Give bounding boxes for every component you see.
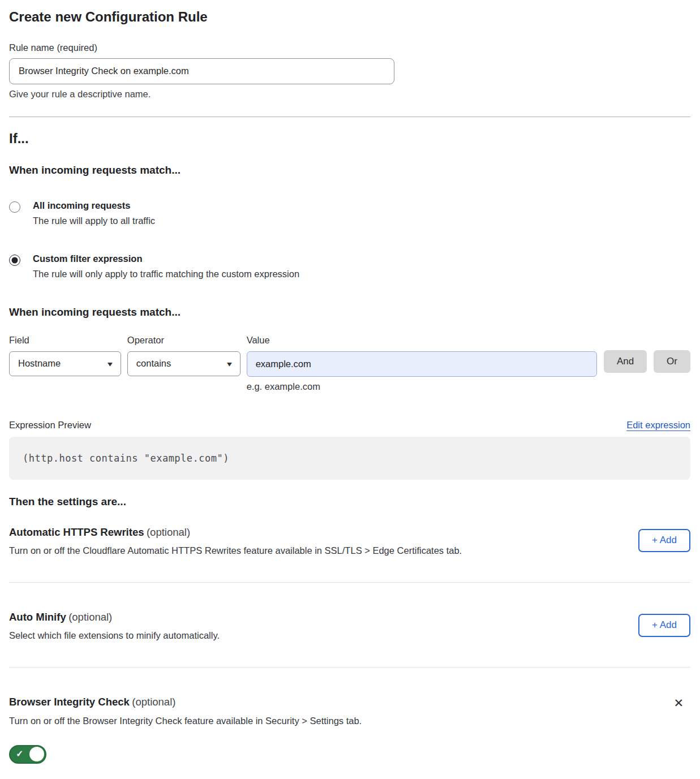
operator-select-value: contains [136, 358, 171, 369]
radio-label: Custom filter expression [33, 253, 299, 264]
and-button[interactable]: And [604, 350, 647, 373]
create-configuration-rule-form: Create new Configuration Rule Rule name … [0, 0, 700, 764]
setting-title: Browser Integrity Check [9, 696, 130, 708]
radio-button-unselected[interactable] [9, 201, 20, 213]
check-icon: ✓ [16, 748, 23, 759]
field-select-value: Hostname [18, 358, 61, 369]
chevron-down-icon: ▾ [108, 360, 113, 368]
match-heading: When incoming requests match... [9, 164, 690, 177]
setting-optional-tag: (optional) [147, 526, 190, 538]
rule-name-group: Rule name (required) Give your rule a de… [9, 42, 690, 100]
page-title: Create new Configuration Rule [9, 0, 690, 25]
field-select[interactable]: Hostname ▾ [9, 351, 121, 376]
setting-optional-tag: (optional) [68, 611, 112, 623]
setting-title: Automatic HTTPS Rewrites [9, 526, 144, 538]
value-helper: e.g. example.com [247, 381, 597, 392]
operator-select[interactable]: contains ▾ [127, 351, 241, 376]
add-auto-minify-button[interactable]: + Add [638, 614, 690, 637]
toggle-knob[interactable] [29, 747, 44, 761]
radio-label: All incoming requests [33, 200, 155, 211]
radio-button-selected[interactable] [9, 255, 20, 266]
section-divider [9, 117, 690, 117]
setting-description: Select which file extensions to minify a… [9, 630, 220, 641]
setting-description: Turn on or off the Browser Integrity Che… [9, 716, 690, 726]
or-button[interactable]: Or [654, 350, 690, 373]
setting-browser-integrity-check: Browser Integrity Check (optional) ✕ Tur… [9, 696, 690, 764]
value-input[interactable] [247, 351, 597, 377]
setting-automatic-https-rewrites: Automatic HTTPS Rewrites (optional) Turn… [9, 526, 690, 556]
add-automatic-https-rewrites-button[interactable]: + Add [638, 529, 690, 552]
edit-expression-link[interactable]: Edit expression [626, 420, 690, 431]
expression-builder-heading: When incoming requests match... [9, 306, 690, 319]
radio-description: The rule will apply to all traffic [33, 216, 155, 226]
rule-name-label: Rule name (required) [9, 42, 690, 53]
field-label: Field [9, 335, 121, 346]
then-settings-heading: Then the settings are... [9, 496, 690, 508]
rule-name-input[interactable] [9, 58, 394, 84]
radio-description: The rule will only apply to traffic matc… [33, 269, 299, 279]
expression-preview-header: Expression Preview Edit expression [9, 420, 690, 431]
close-icon[interactable]: ✕ [673, 697, 684, 709]
expression-builder-row: Field Hostname ▾ Operator contains ▾ Val… [9, 335, 690, 392]
browser-integrity-check-toggle[interactable]: ✓ [9, 745, 46, 764]
rule-name-helper: Give your rule a descriptive name. [9, 89, 690, 100]
setting-divider [9, 582, 690, 583]
operator-label: Operator [127, 335, 241, 346]
expression-preview-box: (http.host contains "example.com") [9, 437, 690, 480]
setting-auto-minify: Auto Minify (optional) Select which file… [9, 611, 690, 641]
radio-option-custom-filter[interactable]: Custom filter expression The rule will o… [9, 253, 690, 279]
value-label: Value [247, 335, 597, 346]
setting-description: Turn on or off the Cloudflare Automatic … [9, 545, 462, 556]
expression-preview-label: Expression Preview [9, 420, 91, 431]
if-heading: If... [9, 131, 690, 147]
chevron-down-icon: ▾ [227, 360, 232, 368]
radio-option-all-requests[interactable]: All incoming requests The rule will appl… [9, 200, 690, 226]
setting-title: Auto Minify [9, 611, 66, 623]
setting-divider [9, 667, 690, 668]
expression-code: (http.host contains "example.com") [23, 453, 229, 464]
setting-optional-tag: (optional) [132, 696, 175, 708]
